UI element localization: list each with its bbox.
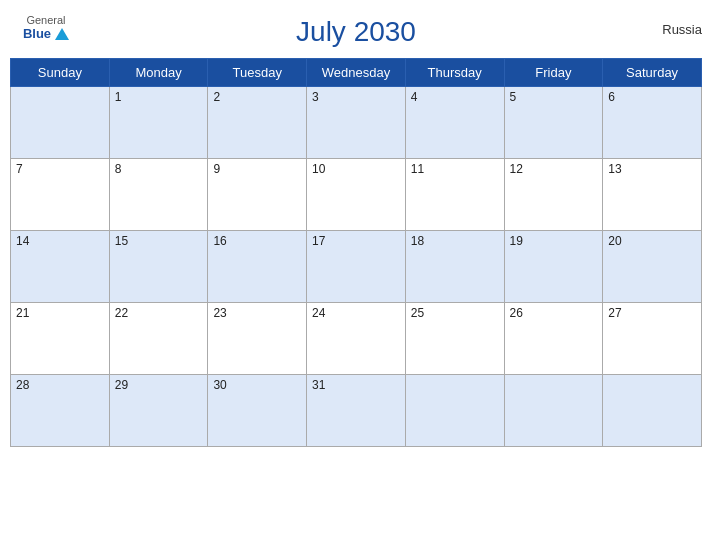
calendar-day-cell: 11 [405,159,504,231]
calendar-day-cell: 27 [603,303,702,375]
calendar-day-cell: 23 [208,303,307,375]
calendar-day-cell: 28 [11,375,110,447]
logo-blue-text: Blue [23,26,69,41]
calendar-day-cell: 22 [109,303,208,375]
calendar-week-row: 123456 [11,87,702,159]
day-number: 29 [115,378,128,392]
day-number: 10 [312,162,325,176]
day-number: 2 [213,90,220,104]
calendar-day-cell: 9 [208,159,307,231]
day-number: 16 [213,234,226,248]
calendar-day-cell: 16 [208,231,307,303]
day-number: 27 [608,306,621,320]
calendar-day-cell: 29 [109,375,208,447]
day-number: 17 [312,234,325,248]
calendar-day-cell [11,87,110,159]
calendar-week-row: 78910111213 [11,159,702,231]
calendar-day-cell: 19 [504,231,603,303]
calendar-day-cell: 10 [307,159,406,231]
calendar-day-cell: 3 [307,87,406,159]
day-number: 22 [115,306,128,320]
calendar-day-cell: 25 [405,303,504,375]
day-header-thursday: Thursday [405,59,504,87]
day-header-tuesday: Tuesday [208,59,307,87]
calendar-day-cell: 20 [603,231,702,303]
day-number: 30 [213,378,226,392]
day-number: 12 [510,162,523,176]
calendar-day-cell: 26 [504,303,603,375]
logo-triangle-icon [55,28,69,40]
day-number: 18 [411,234,424,248]
day-header-friday: Friday [504,59,603,87]
day-number: 14 [16,234,29,248]
day-number: 11 [411,162,424,176]
calendar-day-cell: 1 [109,87,208,159]
calendar-table: SundayMondayTuesdayWednesdayThursdayFrid… [10,58,702,447]
calendar-header: General Blue July 2030 Russia [10,10,702,52]
day-number: 31 [312,378,325,392]
logo-general-text: General [26,14,65,26]
day-number: 5 [510,90,517,104]
calendar-week-row: 28293031 [11,375,702,447]
day-header-sunday: Sunday [11,59,110,87]
calendar-day-cell: 13 [603,159,702,231]
calendar-day-cell: 21 [11,303,110,375]
day-number: 21 [16,306,29,320]
day-number: 24 [312,306,325,320]
calendar-day-cell: 5 [504,87,603,159]
calendar-week-row: 21222324252627 [11,303,702,375]
day-number: 15 [115,234,128,248]
day-number: 1 [115,90,122,104]
logo: General Blue [10,14,82,41]
calendar-day-cell: 12 [504,159,603,231]
day-number: 26 [510,306,523,320]
day-number: 20 [608,234,621,248]
day-number: 23 [213,306,226,320]
calendar-day-cell: 2 [208,87,307,159]
calendar-day-cell: 14 [11,231,110,303]
day-number: 3 [312,90,319,104]
calendar-day-cell: 7 [11,159,110,231]
day-headers-row: SundayMondayTuesdayWednesdayThursdayFrid… [11,59,702,87]
calendar-day-cell [504,375,603,447]
day-header-wednesday: Wednesday [307,59,406,87]
day-number: 13 [608,162,621,176]
day-number: 8 [115,162,122,176]
calendar-day-cell [405,375,504,447]
calendar-day-cell: 18 [405,231,504,303]
day-number: 9 [213,162,220,176]
day-number: 28 [16,378,29,392]
page-title: July 2030 [296,16,416,48]
calendar-day-cell: 24 [307,303,406,375]
calendar-day-cell: 4 [405,87,504,159]
calendar-day-cell: 15 [109,231,208,303]
calendar-day-cell: 31 [307,375,406,447]
day-number: 4 [411,90,418,104]
calendar-day-cell: 30 [208,375,307,447]
calendar-day-cell [603,375,702,447]
day-number: 7 [16,162,23,176]
calendar-day-cell: 6 [603,87,702,159]
day-header-saturday: Saturday [603,59,702,87]
day-number: 19 [510,234,523,248]
country-label: Russia [662,22,702,37]
day-header-monday: Monday [109,59,208,87]
calendar-week-row: 14151617181920 [11,231,702,303]
day-number: 6 [608,90,615,104]
calendar-day-cell: 8 [109,159,208,231]
calendar-day-cell: 17 [307,231,406,303]
day-number: 25 [411,306,424,320]
